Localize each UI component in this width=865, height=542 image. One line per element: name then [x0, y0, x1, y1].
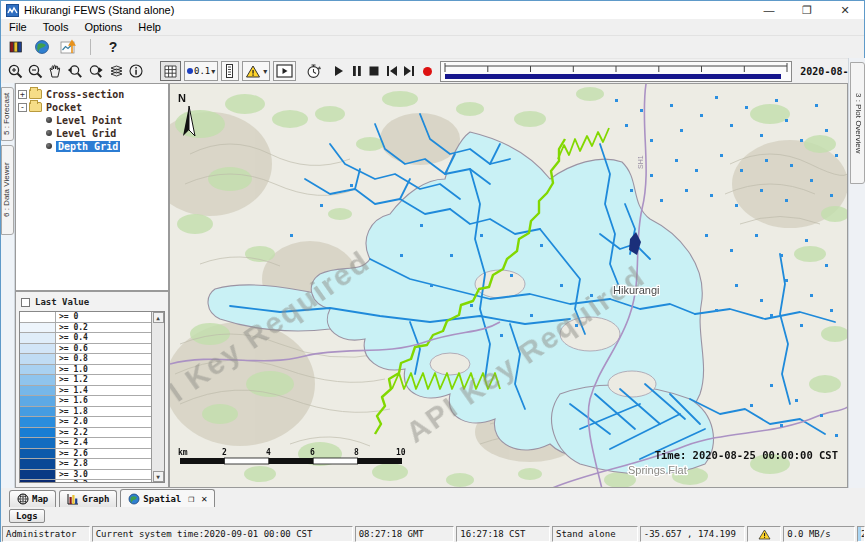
- legend-scrollbar[interactable]: ▲ ▼: [151, 312, 164, 482]
- status-bar: Administrator Current system time:2020-0…: [1, 525, 865, 542]
- tab-graph-label: Graph: [82, 494, 109, 504]
- status-coordinates: -35.657 , 174.199: [640, 526, 746, 542]
- dropdown-arrow-icon: ▾: [263, 67, 267, 76]
- step-back-button[interactable]: [386, 62, 398, 80]
- tab-plot-overview[interactable]: 3 : Plot Overview: [850, 62, 865, 184]
- main-area: 5 : Forecast 6 : Data Viewer + Cross-sec…: [1, 83, 865, 488]
- movie-player-button[interactable]: [273, 61, 296, 81]
- zoom-in-icon[interactable]: [7, 62, 24, 80]
- minimize-button[interactable]: —: [750, 1, 788, 19]
- timeseries-chart-icon[interactable]: [59, 38, 77, 56]
- globe-map-icon[interactable]: [33, 38, 51, 56]
- road-label: SH1: [637, 155, 644, 169]
- status-memory: 2.5 GB: [857, 526, 865, 542]
- step-forward-button[interactable]: [403, 62, 415, 80]
- pan-hand-icon[interactable]: [47, 62, 63, 80]
- tab-logs[interactable]: Logs: [9, 509, 45, 523]
- legend-row: >= 3.2: [20, 480, 151, 483]
- svg-text:10: 10: [396, 448, 406, 457]
- legend-swatch: [20, 480, 56, 483]
- bar-chart-icon: [67, 493, 79, 505]
- menu-file[interactable]: File: [1, 21, 35, 33]
- record-button[interactable]: [422, 62, 433, 80]
- legend-swatch: [20, 417, 56, 427]
- legend-panel: Last Value >= 0 >= 0.2 >= 0.4 >= 0.6 >= …: [15, 291, 169, 488]
- legend-label: >= 0: [56, 312, 78, 322]
- tree-node-level-point[interactable]: Level Point: [44, 114, 166, 126]
- tree-node-depth-grid[interactable]: Depth Grid: [44, 140, 166, 152]
- time-slider[interactable]: [440, 61, 792, 82]
- collapse-icon[interactable]: -: [18, 103, 27, 112]
- animation-clock-icon[interactable]: [305, 62, 322, 80]
- status-warning[interactable]: [747, 526, 781, 542]
- menu-tools[interactable]: Tools: [35, 21, 77, 33]
- tree-node-level-grid[interactable]: Level Grid: [44, 127, 166, 139]
- close-button[interactable]: ✕: [826, 1, 864, 19]
- layers-icon[interactable]: [108, 62, 125, 80]
- grid-value-dropdown[interactable]: 0.1 ▾: [184, 61, 218, 81]
- classbreak-dot-icon: [187, 68, 193, 74]
- info-icon[interactable]: [128, 62, 144, 80]
- map-view[interactable]: API Key Required API Key Required Hikura…: [169, 83, 848, 488]
- legend-row: >= 0.2: [20, 323, 151, 334]
- memory-label: 2.5 GB: [861, 529, 865, 539]
- legend-row: >= 2.4: [20, 438, 151, 449]
- maximize-button[interactable]: ❐: [788, 1, 826, 19]
- database-icon[interactable]: [7, 38, 25, 56]
- legend-swatch: [20, 375, 56, 385]
- legend-swatch: [20, 312, 56, 322]
- legend-label: >= 0.8: [56, 354, 88, 364]
- menu-help[interactable]: Help: [130, 21, 169, 33]
- bullet-icon: [46, 143, 52, 149]
- folder-icon: [29, 89, 42, 99]
- map-time-label: Time: 2020-08-25 00:00:00 CST: [655, 449, 838, 461]
- grid-toggle-button[interactable]: [160, 61, 181, 81]
- main-toolbar: ?: [1, 36, 864, 58]
- svg-text:8: 8: [354, 448, 359, 457]
- tab-map[interactable]: Map: [9, 490, 56, 507]
- legend-label: >= 2.8: [56, 459, 88, 469]
- legend-row: >= 0.4: [20, 333, 151, 344]
- pause-button[interactable]: [352, 62, 362, 80]
- panel-close-icon[interactable]: ✕: [201, 493, 207, 504]
- tab-forecast[interactable]: 5 : Forecast: [1, 87, 14, 141]
- legend-swatch: [20, 428, 56, 438]
- legend-button[interactable]: [221, 61, 239, 81]
- tab-graph[interactable]: Graph: [59, 490, 117, 507]
- svg-text:2: 2: [222, 448, 227, 457]
- status-local-time: 16:27:18 CST: [456, 526, 550, 542]
- tab-spatial-label: Spatial: [143, 494, 181, 504]
- play-button[interactable]: [333, 62, 345, 80]
- tree-node-cross-section[interactable]: + Cross-section: [18, 88, 166, 100]
- tree-node-pocket[interactable]: - Pocket: [18, 101, 166, 113]
- app-logo-icon: [6, 4, 19, 17]
- legend-row: >= 3.0: [20, 470, 151, 481]
- svg-text:N: N: [178, 92, 186, 104]
- zoom-next-icon[interactable]: [87, 62, 105, 80]
- menu-options[interactable]: Options: [76, 21, 130, 33]
- scroll-up-icon[interactable]: ▲: [153, 312, 164, 323]
- right-tab-strip: 3 : Plot Overview: [848, 58, 865, 488]
- app-window: Hikurangi FEWS (Stand alone) — ❐ ✕ File …: [0, 0, 865, 542]
- panel-maximize-icon[interactable]: ❐: [188, 493, 194, 504]
- status-download-speed: 0.0 MB/s: [783, 526, 855, 542]
- legend-swatch: [20, 438, 56, 448]
- scroll-down-icon[interactable]: ▼: [153, 471, 164, 482]
- legend-row: >= 1.6: [20, 396, 151, 407]
- tab-data-viewer[interactable]: 6 : Data Viewer: [1, 145, 14, 235]
- help-button[interactable]: ?: [104, 38, 122, 56]
- zoom-out-icon[interactable]: [27, 62, 44, 80]
- legend-label: >= 2.6: [56, 449, 88, 459]
- last-value-checkbox[interactable]: [21, 298, 30, 307]
- tab-spatial[interactable]: Spatial ❐ ✕: [120, 489, 215, 507]
- legend-label: >= 2.0: [56, 417, 88, 427]
- warning-icon: [758, 529, 771, 540]
- folder-icon: [29, 102, 42, 112]
- legend-swatch: [20, 470, 56, 480]
- zoom-previous-icon[interactable]: [66, 62, 84, 80]
- stop-button[interactable]: [369, 62, 379, 80]
- warning-threshold-dropdown[interactable]: ▾: [242, 61, 270, 81]
- window-title: Hikurangi FEWS (Stand alone): [24, 4, 174, 16]
- expand-icon[interactable]: +: [18, 90, 27, 99]
- legend-label: >= 0.6: [56, 344, 88, 354]
